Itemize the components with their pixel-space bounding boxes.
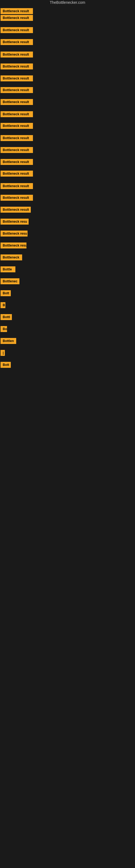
bottleneck-bar-30: | <box>1 350 5 357</box>
bottleneck-bar-25: Bott <box>1 290 11 297</box>
bottleneck-label-26: B <box>1 302 5 308</box>
bottleneck-label-14: Bottleneck result <box>1 159 33 165</box>
bottleneck-label-30: | <box>1 350 5 356</box>
bottleneck-bar-16: Bottleneck result <box>1 183 33 190</box>
bottleneck-bar-5: Bottleneck result <box>1 52 33 59</box>
bottleneck-bar-31: Bott <box>1 362 11 369</box>
bottleneck-label-25: Bott <box>1 290 11 296</box>
bottleneck-bar-29: Bottlen <box>1 338 16 345</box>
bars-container: Bottleneck resultBottleneck resultBottle… <box>0 0 135 868</box>
bottleneck-bar-17: Bottleneck result <box>1 195 33 202</box>
bottleneck-bar-19: Bottleneck resu <box>1 219 29 226</box>
bottleneck-bar-13: Bottleneck result <box>1 147 33 154</box>
bottleneck-bar-11: Bottleneck result <box>1 123 33 130</box>
bottleneck-bar-10: Bottleneck result <box>1 111 33 118</box>
bottleneck-bar-2: Bottleneck result <box>1 15 33 22</box>
bottleneck-label-23: Bottle <box>1 267 15 272</box>
bottleneck-label-12: Bottleneck result <box>1 135 33 141</box>
bottleneck-label-5: Bottleneck result <box>1 52 33 58</box>
bottleneck-label-11: Bottleneck result <box>1 123 33 129</box>
bottleneck-label-21: Bottleneck resu <box>1 243 27 248</box>
bottleneck-label-27: Bottl <box>1 314 12 320</box>
bottleneck-label-17: Bottleneck result <box>1 195 33 201</box>
bottleneck-label-22: Bottleneck <box>1 254 22 260</box>
bottleneck-label-7: Bottleneck result <box>1 75 33 82</box>
bottleneck-bar-18: Bottleneck result <box>1 207 31 214</box>
bottleneck-bar-3: Bottleneck result <box>1 27 33 34</box>
bottleneck-bar-20: Bottleneck resu <box>1 230 28 238</box>
bottleneck-label-18: Bottleneck result <box>1 207 31 213</box>
bottleneck-bar-6: Bottleneck result <box>1 63 33 70</box>
bottleneck-bar-23: Bottle <box>1 267 15 273</box>
bottleneck-label-20: Bottleneck resu <box>1 230 28 237</box>
bottleneck-bar-26: B <box>1 302 5 309</box>
bottleneck-bar-28: Bo <box>1 326 7 333</box>
bottleneck-label-4: Bottleneck result <box>1 39 33 45</box>
bottleneck-label-2: Bottleneck result <box>1 15 33 21</box>
bottleneck-label-24: Bottlenec <box>1 278 19 284</box>
bottleneck-bar-4: Bottleneck result <box>1 39 33 46</box>
bottleneck-label-31: Bott <box>1 362 11 368</box>
bottleneck-bar-14: Bottleneck result <box>1 159 33 166</box>
bottleneck-label-9: Bottleneck result <box>1 99 33 105</box>
bottleneck-label-13: Bottleneck result <box>1 147 33 153</box>
bottleneck-label-10: Bottleneck result <box>1 111 33 117</box>
bottleneck-label-29: Bottlen <box>1 338 16 344</box>
bottleneck-bar-21: Bottleneck resu <box>1 243 27 250</box>
bottleneck-label-15: Bottleneck result <box>1 170 33 177</box>
bottleneck-bar-24: Bottlenec <box>1 278 19 285</box>
bottleneck-label-16: Bottleneck result <box>1 183 33 189</box>
bottleneck-label-8: Bottleneck result <box>1 87 33 93</box>
bottleneck-bar-9: Bottleneck result <box>1 99 33 106</box>
bottleneck-label-28: Bo <box>1 326 7 332</box>
bottleneck-bar-15: Bottleneck result <box>1 170 33 178</box>
bottleneck-label-3: Bottleneck result <box>1 27 33 33</box>
bottleneck-label-1: Bottleneck result <box>1 8 33 14</box>
bottleneck-bar-27: Bottl <box>1 314 12 321</box>
bottleneck-label-19: Bottleneck resu <box>1 219 29 225</box>
bottleneck-bar-7: Bottleneck result <box>1 75 33 83</box>
bottleneck-bar-8: Bottleneck result <box>1 87 33 94</box>
bottleneck-bar-12: Bottleneck result <box>1 135 33 142</box>
bottleneck-bar-1: Bottleneck result <box>1 8 33 15</box>
bottleneck-bar-22: Bottleneck <box>1 254 22 261</box>
bottleneck-label-6: Bottleneck result <box>1 63 33 69</box>
